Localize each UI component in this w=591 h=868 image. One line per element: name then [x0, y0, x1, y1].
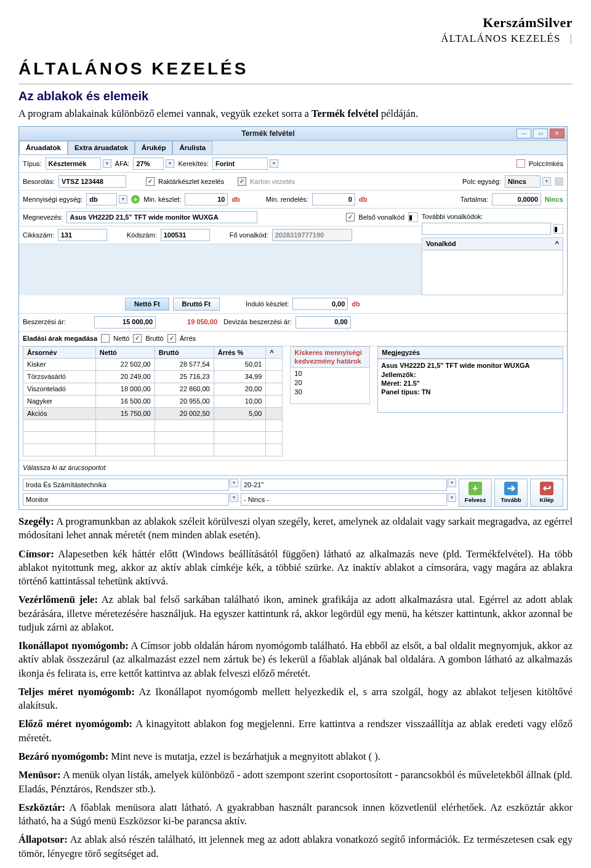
afa-dd-icon[interactable]: ▾: [166, 159, 174, 168]
title-bar[interactable]: Termék felvétel — ▭ ✕: [19, 127, 567, 141]
p-szegely: Szegély: A programunkban az ablakok szél…: [18, 515, 573, 543]
raktarkeszlet-checkbox[interactable]: ✓: [146, 177, 155, 186]
tovabb-button[interactable]: ➔Tovább: [494, 479, 528, 507]
tart-unit: Nincs: [545, 195, 563, 204]
tab-arukep[interactable]: Árukép: [135, 141, 173, 155]
price-hdr-name: Ársornév: [23, 346, 96, 359]
besz-field[interactable]: 15 000,00: [94, 316, 156, 328]
table-row: Viszonteladó18 000,0022 860,0020,00: [23, 383, 283, 396]
row-menny: Mennyiségi egység: db▾ + Min. készlet: 1…: [19, 191, 567, 209]
tov-barcode-icon[interactable]: ▮: [553, 224, 563, 234]
netto-button[interactable]: Nettó Ft: [125, 298, 169, 311]
table-row: Törzsvásárló20 249,0025 716,2334,99: [23, 371, 283, 383]
tab-extra[interactable]: Extra áruadatok: [68, 141, 135, 155]
g1-dd[interactable]: ▾: [230, 479, 238, 487]
fv-field[interactable]: 2028319777190: [272, 229, 352, 241]
tipus-field[interactable]: Késztermék: [46, 157, 101, 170]
besor-field[interactable]: VTSZ 123448: [58, 175, 126, 188]
minimize-button[interactable]: —: [517, 129, 531, 138]
maximize-button[interactable]: ▭: [533, 129, 548, 138]
tov-vk-field[interactable]: [422, 223, 551, 235]
tipus-label: Típus:: [23, 159, 42, 169]
g2-dd[interactable]: ▾: [230, 493, 238, 502]
disc-box[interactable]: 10 20 30: [290, 368, 370, 404]
minr-field[interactable]: 0: [312, 193, 355, 205]
close-button[interactable]: ✕: [550, 129, 565, 138]
me-field[interactable]: db: [86, 193, 117, 205]
eladasi-arres-chk[interactable]: ✓: [167, 334, 176, 343]
besor-label: Besorolás:: [23, 177, 55, 186]
p-vezerlomenu: Vezérlőmenü jele: Az ablak bal felső sar…: [18, 593, 573, 634]
row-megnev: Megnevezés: Asus VH222D 21,5" TFT wide m…: [19, 209, 422, 226]
barcode-icon[interactable]: ▮: [408, 212, 418, 222]
group-label: Válassza ki az árucsoportot: [23, 463, 106, 472]
polcegyseg-icon[interactable]: [555, 177, 563, 186]
row-netbrut: Nettó Ft Bruttó Ft Induló készlet: 0,00 …: [19, 295, 567, 314]
belso-vk-checkbox[interactable]: ✓: [346, 213, 355, 221]
kerek-label: Kerekítés:: [178, 159, 209, 169]
indulo-unit: db: [352, 300, 360, 309]
polcegyseg-dd-icon[interactable]: ▾: [542, 177, 551, 186]
cs-field[interactable]: 131: [58, 229, 107, 241]
karton-checkbox[interactable]: ✓: [238, 177, 246, 186]
polcegyseg-label: Polc egység:: [462, 177, 501, 186]
indulo-field[interactable]: 0,00: [292, 298, 348, 310]
price-hdr-sort[interactable]: ^: [266, 346, 283, 359]
table-row: [23, 444, 283, 456]
table-row: Nagyker16 500,0020 955,0010,00: [23, 395, 283, 407]
tab-arulista[interactable]: Árulista: [172, 141, 212, 155]
kilep-button[interactable]: ↩Kilép: [530, 479, 563, 507]
eladasi-brutto-chk[interactable]: ✓: [133, 334, 142, 343]
p-nyomogombok: Nyomógombok: megnyomásukra valamely műve…: [18, 866, 573, 868]
window-title: Termék felvétel: [22, 129, 515, 138]
group-sel-1[interactable]: Iroda És Számítástechnika: [23, 479, 229, 491]
tart-field[interactable]: 0,0000: [492, 193, 541, 205]
tart-label: Tartalma:: [460, 195, 488, 204]
eladasi-label: Eladási árak megadása: [23, 334, 97, 343]
arrow-right-icon: ➔: [504, 482, 518, 495]
row-elad-hdr: Eladási árak megadása Nettó ✓Bruttó ✓Árr…: [19, 332, 567, 346]
besz-label: Beszerzési ár:: [23, 317, 90, 327]
p-teljesmeret: Teljes méret nyomógomb: Az Ikonállapot n…: [18, 685, 573, 713]
price-hdr-netto: Nettó: [95, 346, 155, 359]
price-table[interactable]: Ársornév Nettó Bruttó Árrés % ^ Kisker22…: [23, 346, 283, 457]
megnev-field[interactable]: Asus VH222D 21,5" TFT wide monitor WUXGA: [66, 211, 257, 223]
afa-field[interactable]: 27%: [133, 157, 164, 170]
dev-field[interactable]: 0,00: [296, 316, 351, 328]
page-title: ÁLTALÁNOS KEZELÉS: [18, 57, 573, 81]
brand: KerszámSilver: [18, 14, 573, 32]
dev-label: Devizás beszerzési ár:: [223, 317, 292, 327]
felvesz-button[interactable]: +Felvesz: [459, 479, 492, 507]
tab-aruadatok[interactable]: Áruadatok: [19, 141, 68, 155]
p-allapotsor: Állapotsor: Az ablak alsó részén találha…: [18, 833, 573, 861]
g4-dd[interactable]: ▾: [448, 493, 456, 502]
barcode-list-header: Vonalkód ^: [422, 237, 563, 250]
indulo-label: Induló készlet:: [246, 300, 289, 309]
row-besorolas: Besorolás: VTSZ 123448 ✓ Raktárkészlet k…: [19, 173, 567, 191]
g3-dd[interactable]: ▾: [448, 479, 456, 487]
footer-row: Iroda És Számítástechnika▾ 20-21"▾ Monit…: [19, 476, 567, 509]
mink-field[interactable]: 10: [185, 193, 228, 205]
me-add-icon[interactable]: +: [131, 195, 140, 204]
section-line: ÁLTALÁNOS KEZELÉS |: [18, 32, 573, 46]
kerek-dd-icon[interactable]: ▾: [270, 159, 278, 168]
group-label-row: Válassza ki az árucsoportot: [19, 460, 567, 476]
polcegyseg-field[interactable]: Nincs: [505, 175, 541, 188]
p-elozo: Előző méret nyomógomb: A kinagyított abl…: [18, 717, 573, 745]
p-bezaro: Bezáró nyomógomb: Mint neve is mutatja, …: [18, 750, 573, 763]
eladasi-netto-chk[interactable]: [101, 334, 110, 343]
fv-label: Fő vonalkód:: [230, 231, 268, 240]
tipus-dd-icon[interactable]: ▾: [103, 159, 111, 168]
megnev-label: Megnevezés:: [23, 213, 63, 222]
barcode-list[interactable]: [422, 250, 563, 295]
group-sel-2[interactable]: Monitor: [23, 493, 229, 506]
ks-field[interactable]: 100531: [161, 229, 210, 241]
brutto-button[interactable]: Bruttó Ft: [173, 298, 220, 311]
product-window: Termék felvétel — ▭ ✕ Áruadatok Extra ár…: [18, 126, 568, 510]
polccimkes-checkbox[interactable]: [517, 159, 525, 168]
memo-box[interactable]: Asus VH222D 21,5" TFT wide monitor WUXGA…: [377, 359, 563, 413]
kerek-field[interactable]: Forint: [212, 157, 268, 170]
group-sel-3[interactable]: 20-21": [241, 479, 447, 491]
group-sel-4[interactable]: - Nincs -: [241, 493, 447, 506]
me-dd-icon[interactable]: ▾: [119, 195, 127, 204]
